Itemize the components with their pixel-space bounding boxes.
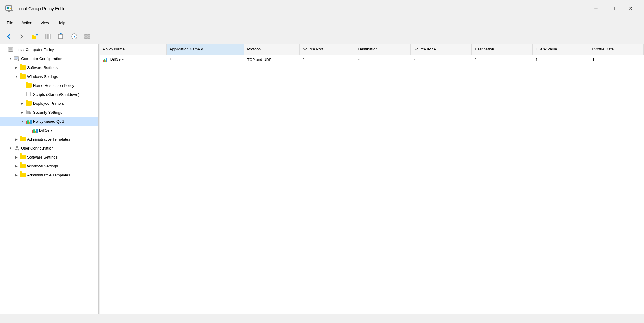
tree-printers[interactable]: ▶ Deployed Printers: [0, 99, 98, 108]
ucw-expand: ▶: [13, 163, 19, 169]
cell-throttle: -1: [588, 55, 643, 64]
tree-scripts[interactable]: Scripts (Startup/Shutdown): [0, 90, 98, 99]
forward-button[interactable]: [16, 31, 28, 42]
col-dest-port[interactable]: Destination ...: [355, 44, 411, 55]
cc-expand: ▼: [7, 56, 13, 61]
tree-uc-admin[interactable]: ▶ Administrative Templates: [0, 170, 98, 179]
ccs-expand: ▶: [13, 64, 19, 70]
ccw-label: Windows Settings: [27, 74, 58, 79]
tree-security[interactable]: ▶ Security Settings: [0, 108, 98, 117]
help-button[interactable]: ?: [68, 31, 80, 42]
ucw-icon: [19, 163, 26, 169]
tree-cc-software[interactable]: ▶ Software Settings: [0, 63, 98, 72]
cell-source-port: *: [300, 55, 355, 64]
svg-rect-2: [6, 10, 13, 11]
col-source-port[interactable]: Source Port: [300, 44, 355, 55]
main-content: Local Computer Policy ▼ Compute: [0, 44, 644, 314]
main-window: Local Group Policy Editor ─ □ ✕ File Act…: [0, 0, 644, 323]
status-bar: [0, 314, 644, 323]
title-bar: Local Group Policy Editor ─ □ ✕: [0, 0, 644, 17]
printers-expand: ▶: [19, 100, 25, 106]
qos-icon: [25, 118, 32, 124]
svg-rect-18: [88, 34, 90, 36]
tree-cc-windows[interactable]: ▼ Windows Settings: [0, 72, 98, 81]
cell-protocol: TCP and UDP: [244, 55, 300, 64]
sec-expand: ▶: [19, 109, 25, 115]
ccw-expand: ▼: [13, 73, 19, 79]
svg-rect-8: [32, 35, 34, 36]
nr-icon: [25, 82, 32, 89]
export-icon: [58, 33, 64, 40]
svg-rect-19: [85, 37, 87, 39]
table-header-row: Policy Name Application Name o... Protoc…: [100, 44, 644, 55]
uc-label: User Configuration: [21, 146, 53, 150]
col-dest-ip[interactable]: Destination ...: [472, 44, 533, 55]
menu-help[interactable]: Help: [53, 19, 69, 26]
tree-root[interactable]: Local Computer Policy: [0, 45, 98, 54]
tree-uc-windows[interactable]: ▶ Windows Settings: [0, 162, 98, 170]
export-button[interactable]: [55, 31, 67, 42]
tree-uc-software[interactable]: ▶ Software Settings: [0, 153, 98, 162]
root-icon: [7, 46, 14, 53]
col-app-name[interactable]: Application Name o...: [166, 44, 244, 55]
up-icon: [32, 33, 38, 40]
menu-action[interactable]: Action: [17, 19, 36, 26]
svg-rect-12: [58, 34, 63, 39]
back-button[interactable]: [3, 31, 15, 42]
svg-rect-38: [29, 113, 31, 114]
ucs-icon: [19, 154, 26, 160]
svg-rect-22: [9, 48, 12, 50]
cca-label: Administrative Templates: [27, 137, 70, 141]
row-qos-icon: [103, 57, 107, 62]
tree-qos[interactable]: ▼ Policy-based QoS: [0, 117, 98, 126]
toolbar: ?: [0, 29, 644, 44]
tree-name-res[interactable]: Name Resolution Policy: [0, 81, 98, 90]
view-icon: [84, 33, 91, 40]
ucw-label: Windows Settings: [27, 164, 58, 168]
svg-point-42: [18, 150, 19, 150]
close-button[interactable]: ✕: [622, 3, 639, 14]
menu-file[interactable]: File: [3, 19, 17, 26]
security-icon: [25, 109, 32, 116]
policy-table: Policy Name Application Name o... Protoc…: [100, 44, 644, 64]
menu-view[interactable]: View: [36, 19, 53, 26]
minimize-button[interactable]: ─: [588, 3, 604, 14]
col-policy-name[interactable]: Policy Name: [100, 44, 166, 55]
cca-expand: ▶: [13, 136, 19, 142]
view-type-button[interactable]: [81, 31, 93, 42]
uc-icon: [13, 145, 20, 151]
ccs-icon: [19, 64, 26, 71]
svg-rect-17: [85, 34, 87, 36]
tree-user-config[interactable]: ▼ User Configuration: [0, 144, 98, 153]
back-icon: [5, 33, 12, 40]
table-row[interactable]: DiffServ * TCP and UDP * * * * 1 -1: [100, 55, 644, 64]
maximize-button[interactable]: □: [605, 3, 622, 14]
title-bar-left: Local Group Policy Editor: [5, 4, 67, 13]
right-pane: Policy Name Application Name o... Protoc…: [100, 44, 644, 314]
forward-icon: [18, 33, 25, 40]
svg-rect-20: [88, 37, 90, 39]
col-dscp[interactable]: DSCP Value: [532, 44, 588, 55]
ucs-expand: ▶: [13, 154, 19, 160]
col-protocol[interactable]: Protocol: [244, 44, 300, 55]
tree-diffserv[interactable]: DiffServ: [0, 126, 98, 135]
app-icon: [5, 4, 13, 13]
up-button[interactable]: [29, 31, 41, 42]
scripts-label: Scripts (Startup/Shutdown): [33, 92, 79, 97]
cell-source-ip: *: [411, 55, 472, 64]
uc-expand: ▼: [7, 145, 13, 151]
show-tree-button[interactable]: [42, 31, 54, 42]
uca-label: Administrative Templates: [27, 173, 70, 177]
diff-expand: [25, 127, 31, 133]
svg-point-29: [18, 60, 18, 60]
window-title: Local Group Policy Editor: [16, 6, 67, 11]
col-throttle[interactable]: Throttle Rate: [588, 44, 643, 55]
tree-computer-config[interactable]: ▼ Computer Configuration: [0, 54, 98, 63]
cell-app-name: *: [166, 55, 244, 64]
help-icon: ?: [71, 33, 78, 40]
root-expand: [1, 47, 7, 53]
col-source-ip[interactable]: Source IP / P...: [411, 44, 472, 55]
svg-rect-4: [7, 7, 8, 9]
tree-pane: Local Computer Policy ▼ Compute: [0, 44, 99, 314]
tree-cc-admin[interactable]: ▶ Administrative Templates: [0, 135, 98, 144]
